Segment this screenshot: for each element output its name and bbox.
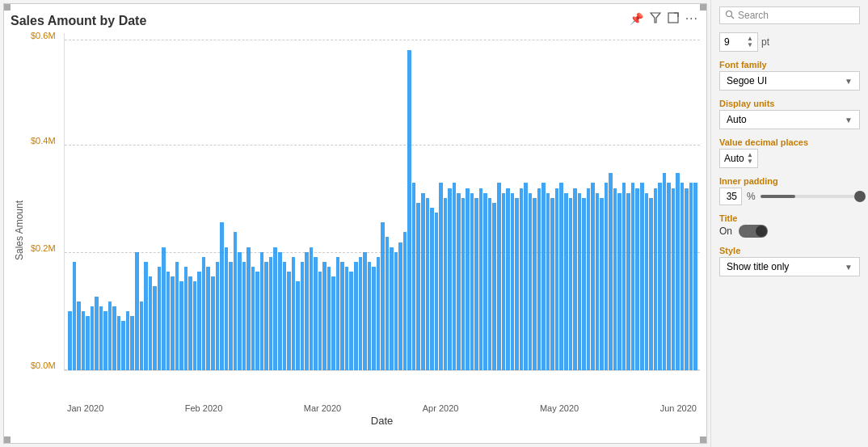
bar-65 [359, 257, 363, 370]
inner-padding-slider[interactable] [761, 195, 860, 198]
bar-114 [578, 193, 582, 370]
display-units-value: Auto [727, 114, 747, 125]
bar-53 [305, 252, 309, 370]
bar-118 [596, 193, 600, 370]
bar-0 [68, 311, 72, 370]
bar-83 [439, 183, 443, 370]
bar-3 [82, 311, 86, 370]
x-label-jun: Jun 2020 [660, 403, 697, 413]
svg-rect-1 [668, 13, 678, 23]
bar-88 [461, 198, 466, 370]
more-options-icon[interactable]: ··· [685, 12, 698, 26]
x-axis-title: Date [64, 413, 700, 427]
value-decimal-section: Value decimal places Auto ▲▼ [719, 137, 860, 168]
value-decimal-arrows[interactable]: ▲▼ [747, 152, 753, 165]
bars-container [65, 33, 700, 370]
bar-100 [515, 198, 519, 370]
bar-130 [649, 198, 653, 370]
font-family-value: Segoe UI [727, 75, 767, 86]
chart-plot: $0.6M $0.4M $0.2M $0.0M [64, 33, 700, 371]
style-value: Show title only [727, 261, 789, 272]
bar-125 [626, 193, 630, 370]
font-size-arrows[interactable]: ▲▼ [747, 36, 753, 48]
bar-48 [283, 262, 287, 370]
pin-icon[interactable]: 📌 [630, 12, 643, 26]
bar-32 [211, 276, 215, 370]
bar-106 [541, 183, 546, 370]
bar-38 [238, 252, 242, 370]
bar-138 [685, 188, 689, 371]
font-size-input[interactable]: 9 ▲▼ [719, 32, 758, 52]
bar-84 [444, 198, 448, 370]
display-units-chevron: ▼ [845, 116, 853, 124]
bar-111 [564, 193, 568, 370]
bar-10 [112, 306, 116, 370]
bar-25 [179, 281, 183, 370]
style-dropdown[interactable]: Show title only ▼ [719, 257, 860, 276]
display-units-dropdown[interactable]: Auto ▼ [719, 110, 860, 129]
inner-padding-thumb[interactable] [854, 191, 866, 202]
bar-24 [175, 262, 179, 370]
bar-75 [403, 232, 407, 370]
bar-89 [466, 188, 470, 371]
bar-74 [398, 242, 402, 370]
x-label-feb: Feb 2020 [185, 403, 222, 413]
font-family-section: Font family Segoe UI ▼ [719, 60, 860, 91]
font-family-dropdown[interactable]: Segoe UI ▼ [719, 71, 860, 91]
search-row[interactable]: Search [719, 6, 860, 24]
title-toggle-row: On [719, 225, 860, 238]
title-toggle[interactable] [739, 225, 768, 238]
bar-105 [537, 188, 541, 371]
bar-12 [121, 321, 125, 370]
font-size-unit: pt [761, 36, 769, 48]
bar-122 [613, 188, 617, 371]
bar-62 [345, 267, 349, 370]
bar-49 [287, 272, 291, 370]
bar-44 [264, 262, 268, 370]
bar-60 [336, 257, 340, 370]
bar-9 [108, 302, 112, 370]
bar-68 [372, 267, 376, 370]
bar-1 [73, 262, 77, 370]
resize-handle-bl[interactable] [4, 436, 11, 443]
resize-handle-br[interactable] [700, 436, 706, 443]
bar-127 [635, 188, 639, 371]
bar-6 [95, 297, 99, 370]
bar-86 [453, 183, 457, 370]
bar-99 [511, 193, 515, 370]
bar-93 [483, 193, 487, 370]
bar-126 [631, 183, 635, 370]
bar-19 [153, 286, 157, 370]
bar-94 [488, 198, 492, 370]
inner-padding-value[interactable]: 35 [719, 188, 742, 205]
bar-137 [680, 183, 685, 370]
bar-42 [255, 272, 259, 370]
expand-icon[interactable] [668, 12, 679, 26]
bar-87 [457, 193, 461, 370]
x-label-mar: Mar 2020 [304, 403, 341, 413]
bar-129 [645, 193, 649, 370]
bar-73 [394, 252, 398, 370]
chart-inner: $0.6M $0.4M $0.2M $0.0M Jan 2020 [28, 33, 700, 427]
bar-61 [340, 262, 344, 370]
bar-140 [693, 183, 697, 370]
bar-109 [555, 188, 559, 371]
chart-title: Sales Amount by Date [11, 14, 146, 28]
bar-63 [349, 272, 353, 370]
font-family-label: Font family [719, 60, 860, 70]
bar-101 [520, 188, 524, 371]
filter-icon[interactable] [650, 12, 661, 26]
bar-45 [269, 257, 273, 370]
svg-point-2 [727, 11, 732, 17]
resize-handle-tr[interactable] [700, 4, 706, 11]
bar-16 [140, 302, 144, 370]
bar-102 [524, 183, 528, 370]
font-family-chevron: ▼ [845, 77, 853, 86]
bar-13 [126, 311, 130, 370]
value-decimal-input[interactable]: Auto ▲▼ [719, 149, 758, 168]
resize-handle-tl[interactable] [4, 4, 11, 11]
bar-30 [202, 257, 206, 370]
bar-139 [689, 183, 693, 370]
bar-18 [149, 276, 153, 370]
font-size-value: 9 [724, 36, 730, 48]
